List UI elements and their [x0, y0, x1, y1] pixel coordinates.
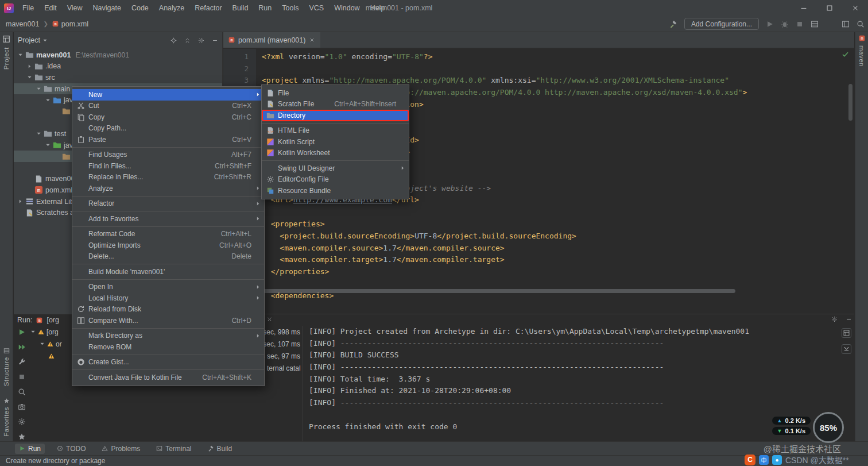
hide-icon[interactable]: [212, 37, 218, 44]
menu-item-build-module-maven001[interactable]: Build Module 'maven001': [72, 266, 264, 278]
menu-item-directory[interactable]: Directory: [262, 110, 409, 121]
chevron-right-icon[interactable]: [26, 63, 34, 70]
console-output[interactable]: [INFO] Project created from Archetype in…: [303, 326, 838, 441]
menu-item-create-gist[interactable]: Create Gist...: [72, 357, 264, 368]
add-configuration-button[interactable]: Add Configuration...: [684, 18, 759, 30]
menubar-refactor[interactable]: Refactor: [189, 0, 227, 16]
close-tab-icon[interactable]: [309, 37, 315, 43]
settings-icon[interactable]: [18, 418, 26, 426]
menubar-analyze[interactable]: Analyze: [154, 0, 189, 16]
menubar-build[interactable]: Build: [227, 0, 254, 16]
menu-item-convert-java-file-to-kotlin-file[interactable]: Convert Java File to Kotlin FileCtrl+Alt…: [72, 372, 264, 383]
menu-item-replace-in-files[interactable]: Replace in Files...Ctrl+Shift+R: [72, 172, 264, 183]
menu-item-find-usages[interactable]: Find UsagesAlt+F7: [72, 149, 264, 161]
chevron-down-icon[interactable]: [17, 52, 25, 58]
scroll-end-icon[interactable]: [842, 344, 851, 354]
layout-icon[interactable]: [842, 20, 850, 28]
chevron-down-icon[interactable]: [39, 341, 47, 347]
collapse-all-icon[interactable]: [184, 37, 191, 44]
chevron-down-icon[interactable]: [45, 97, 52, 103]
menubar-run[interactable]: Run: [253, 0, 277, 16]
menubar-window[interactable]: Window: [329, 0, 365, 16]
stop-icon[interactable]: [18, 373, 26, 381]
bug-icon[interactable]: [781, 20, 789, 28]
chevron-down-icon[interactable]: [36, 130, 43, 137]
menubar-navigate[interactable]: Navigate: [88, 0, 126, 16]
chevron-down-icon[interactable]: [30, 329, 38, 335]
restore-layout-icon[interactable]: [842, 328, 851, 338]
menu-item-refactor[interactable]: Refactor: [72, 198, 264, 210]
menu-item-delete[interactable]: Delete...Delete: [72, 251, 264, 263]
minimize-button[interactable]: [790, 0, 816, 16]
rows-icon[interactable]: [811, 20, 819, 28]
toolwindow-tab-todo[interactable]: TODO: [53, 444, 90, 454]
tree-row-maven001[interactable]: maven001E:\test\maven001: [14, 49, 222, 61]
project-view-selector[interactable]: Project: [18, 36, 40, 44]
menubar-edit[interactable]: Edit: [39, 0, 62, 16]
menu-item-copy-path[interactable]: Copy Path...: [72, 123, 264, 134]
toolwindow-tab-problems[interactable]: Problems: [98, 444, 144, 454]
toolwindow-tab-build[interactable]: Build: [204, 444, 237, 454]
menu-item-mark-directory-as[interactable]: Mark Directory as: [72, 330, 264, 342]
breadcrumb-project[interactable]: maven001: [6, 20, 39, 28]
menu-item-kotlin-worksheet[interactable]: Kotlin Worksheet: [262, 148, 409, 159]
menu-item-file[interactable]: File: [262, 87, 409, 99]
chevron-down-icon[interactable]: [26, 74, 34, 80]
rerun-icon[interactable]: [18, 328, 26, 336]
menu-item-copy[interactable]: CopyCtrl+C: [72, 111, 264, 123]
menu-item-add-to-favorites[interactable]: Add to Favorites: [72, 213, 264, 225]
menu-item-resource-bundle[interactable]: Resource Bundle: [262, 185, 409, 197]
locate-icon[interactable]: [170, 37, 177, 44]
menu-item-open-in[interactable]: Open In: [72, 282, 264, 293]
menubar-vcs[interactable]: VCS: [304, 0, 329, 16]
menu-item-scratch-file[interactable]: Scratch FileCtrl+Alt+Shift+Insert: [262, 99, 409, 110]
run-tab-label[interactable]: [org: [46, 316, 59, 324]
camera-icon[interactable]: [18, 403, 26, 411]
vertical-scrollbar[interactable]: [848, 84, 852, 121]
search-icon[interactable]: [857, 20, 865, 28]
maven-toolwindow-button[interactable]: maven: [858, 45, 865, 67]
menu-item-optimize-imports[interactable]: Optimize ImportsCtrl+Alt+O: [72, 240, 264, 251]
project-toolwindow-button[interactable]: Project: [3, 47, 10, 70]
chevron-right-icon[interactable]: [17, 198, 25, 205]
search-icon[interactable]: [18, 388, 26, 396]
menu-item-compare-with[interactable]: Compare With...Ctrl+D: [72, 315, 264, 326]
structure-toolwindow-button[interactable]: Structure: [3, 348, 10, 386]
play-gray-icon[interactable]: [766, 20, 774, 28]
menu-item-reformat-code[interactable]: Reformat CodeCtrl+Alt+L: [72, 229, 264, 240]
menu-item-reload-from-disk[interactable]: Reload from Disk: [72, 304, 264, 315]
build-hammer-icon[interactable]: [669, 20, 677, 28]
inspection-ok-icon[interactable]: [842, 51, 849, 58]
horizontal-scrollbar[interactable]: [259, 289, 735, 293]
settings-icon[interactable]: [831, 316, 838, 322]
toolwindow-tab-run[interactable]: Run: [15, 444, 45, 454]
tree-row-src[interactable]: src: [14, 72, 222, 83]
menu-item-new[interactable]: New: [72, 89, 264, 101]
hide-icon[interactable]: [846, 316, 852, 322]
wrench-icon[interactable]: [18, 358, 26, 366]
tab-pom-xml[interactable]: m pom.xml (maven001): [223, 32, 320, 48]
close-button[interactable]: [842, 0, 868, 16]
breadcrumb-file[interactable]: pom.xml: [61, 20, 88, 28]
menubar-tools[interactable]: Tools: [277, 0, 304, 16]
maven-toolwindow-icon[interactable]: m: [859, 35, 865, 41]
menu-item-remove-bom[interactable]: Remove BOM: [72, 341, 264, 353]
project-toolwindow-icon[interactable]: [2, 35, 10, 43]
resume-icon[interactable]: [18, 343, 26, 351]
maximize-button[interactable]: [816, 0, 842, 16]
chevron-down-icon[interactable]: [36, 86, 43, 92]
menu-item-kotlin-script[interactable]: Kotlin Script: [262, 136, 409, 148]
menubar-file[interactable]: File: [17, 0, 39, 16]
star-icon[interactable]: [18, 433, 26, 441]
tree-row-idea[interactable]: .idea: [14, 61, 222, 72]
close-run-tab-icon[interactable]: [266, 316, 273, 322]
menu-item-find-in-files[interactable]: Find in Files...Ctrl+Shift+F: [72, 160, 264, 172]
stop-icon[interactable]: [796, 20, 804, 28]
menu-item-local-history[interactable]: Local History: [72, 292, 264, 304]
menu-item-swing-ui-designer[interactable]: Swing UI Designer: [262, 163, 409, 174]
favorites-toolwindow-button[interactable]: Favorites: [3, 398, 10, 437]
settings-icon[interactable]: [198, 37, 204, 44]
menu-item-analyze[interactable]: Analyze: [72, 183, 264, 194]
toolwindow-tab-terminal[interactable]: Terminal: [152, 444, 195, 454]
menu-item-editorconfig-file[interactable]: EditorConfig File: [262, 174, 409, 186]
